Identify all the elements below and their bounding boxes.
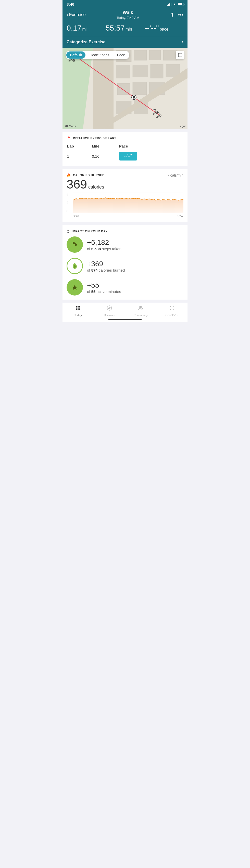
pace-stat: --'--"pace [144, 24, 184, 32]
svg-marker-27 [72, 285, 78, 290]
nav-discover[interactable]: Discover [94, 305, 125, 317]
nav-today-label: Today [75, 314, 82, 317]
map-background [62, 48, 188, 129]
duration-value: 55:57min [106, 24, 145, 32]
nav-covid-label: COVID-19 [165, 314, 178, 317]
svg-point-26 [75, 243, 77, 246]
chart-y-labels: 8 4 0 [66, 193, 72, 213]
svg-point-21 [65, 125, 68, 127]
col-mile: Mile [92, 144, 118, 150]
active-minutes-icon-circle [66, 279, 83, 296]
status-bar: 8:46 ▲ [62, 0, 188, 8]
bottom-nav: Today Discover Community [62, 303, 188, 322]
impact-items: +6,182 of 6,538 steps taken +369 of 874 … [66, 237, 184, 296]
calories-value: 369 calories [66, 178, 184, 191]
map-tab-heartzones[interactable]: Heart Zones [86, 52, 113, 59]
calories-item: +369 of 874 calories burned [66, 258, 184, 274]
location-pin-icon: 📍 [66, 136, 71, 141]
svg-point-39 [139, 306, 141, 308]
lap-table: Lap Mile Pace 10.16--'--" [66, 144, 184, 162]
community-icon [138, 305, 144, 313]
svg-rect-8 [133, 65, 148, 77]
header-center: Walk Today, 7:49 AM [117, 10, 139, 20]
active-minutes-value: +55 [87, 281, 121, 289]
header-actions: ⬆ ••• [170, 12, 184, 18]
pace-value: --'--"pace [144, 24, 184, 32]
svg-rect-2 [93, 48, 113, 129]
svg-point-40 [141, 307, 142, 308]
impact-header: ⊙ IMPACT ON YOUR DAY [66, 229, 184, 234]
categorize-chevron: › [182, 39, 184, 44]
svg-point-20 [133, 96, 135, 99]
today-icon [75, 305, 81, 313]
signal-icon [167, 3, 171, 6]
calories-rate: 7 cals/min [167, 173, 184, 177]
distance-value: 0.17mi [66, 24, 106, 32]
back-button[interactable]: ‹ Exercise [66, 12, 86, 17]
svg-rect-35 [78, 309, 79, 310]
apple-maps-logo: Maps [65, 125, 76, 128]
calories-icon-circle [66, 258, 83, 274]
impact-title: IMPACT ON YOUR DAY [72, 229, 108, 233]
svg-point-38 [109, 308, 110, 309]
impact-section: ⊙ IMPACT ON YOUR DAY +6,182 of 6,538 ste… [62, 225, 188, 300]
calories-title: CALORIES BURNED [73, 174, 105, 177]
distance-stat: 0.17mi [66, 24, 106, 32]
distance-laps-header: 📍 DISTANCE EXERCISE LAPS [66, 136, 184, 141]
lap-mile: 0.16 [92, 151, 118, 161]
lap-pace: --'--" [119, 151, 183, 161]
col-pace: Pace [119, 144, 183, 150]
active-minutes-text: +55 of 55 active minutes [87, 281, 121, 294]
wifi-icon: ▲ [173, 2, 176, 6]
status-time: 8:46 [66, 2, 74, 6]
svg-rect-4 [134, 50, 147, 60]
svg-rect-30 [79, 306, 80, 307]
nav-today[interactable]: Today [62, 305, 94, 317]
covid-icon [169, 305, 175, 313]
svg-rect-32 [78, 308, 79, 309]
steps-value: +6,182 [87, 239, 121, 247]
status-icons: ▲ [167, 2, 184, 6]
map-legal[interactable]: Legal [178, 125, 186, 128]
exercise-title: Walk [117, 10, 139, 15]
lap-number: 1 [67, 151, 91, 161]
duration-stat: 55:57min [106, 24, 145, 32]
distance-laps-section: 📍 DISTANCE EXERCISE LAPS Lap Mile Pace 1… [62, 132, 188, 166]
nav-community[interactable]: Community [125, 305, 157, 317]
battery-icon [178, 3, 184, 6]
back-label: Exercise [69, 12, 86, 17]
svg-rect-12 [133, 82, 147, 95]
chart-x-labels: Start 55:57 [73, 215, 184, 218]
steps-text: +6,182 of 6,538 steps taken [87, 239, 121, 251]
svg-rect-5 [149, 50, 161, 60]
target-icon: ⊙ [66, 229, 70, 234]
stats-row: 0.17mi 55:57min --'--"pace [62, 23, 188, 36]
svg-point-25 [73, 242, 75, 245]
calories-impact-sub: of 874 calories burned [87, 268, 125, 272]
map-tab-pace[interactable]: Pace [113, 52, 129, 59]
nav-discover-label: Discover [104, 314, 115, 317]
discover-icon [106, 305, 112, 313]
categorize-banner[interactable]: Categorize Exercise › [62, 36, 188, 48]
col-lap: Lap [67, 144, 91, 150]
distance-laps-title: DISTANCE EXERCISE LAPS [73, 136, 117, 140]
svg-rect-9 [150, 64, 163, 78]
share-icon[interactable]: ⬆ [170, 12, 174, 18]
map-tabs: Default Heart Zones Pace [65, 51, 129, 59]
calories-impact-value: +369 [87, 260, 125, 268]
svg-rect-33 [79, 308, 80, 309]
back-chevron: ‹ [66, 12, 68, 17]
more-icon[interactable]: ••• [178, 12, 184, 18]
chart-area [73, 193, 184, 213]
map-section: Default Heart Zones Pace Maps Legal [62, 48, 188, 129]
categorize-label: Categorize Exercise [66, 40, 105, 44]
map-tab-default[interactable]: Default [66, 52, 85, 59]
calories-header: 🔥 CALORIES BURNED 7 cals/min [66, 173, 184, 177]
header: ‹ Exercise Walk Today, 7:49 AM ⬆ ••• [62, 8, 188, 23]
map-expand-button[interactable] [176, 51, 185, 59]
svg-rect-34 [76, 309, 77, 310]
steps-item: +6,182 of 6,538 steps taken [66, 237, 184, 253]
calories-impact-text: +369 of 874 calories burned [87, 260, 125, 272]
nav-covid[interactable]: COVID-19 [157, 305, 188, 317]
svg-rect-36 [79, 309, 80, 310]
